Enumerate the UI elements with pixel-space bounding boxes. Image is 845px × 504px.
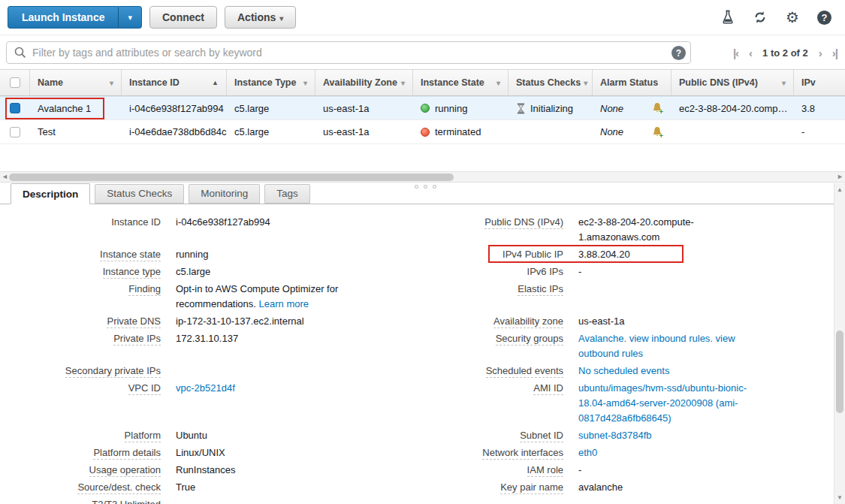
scroll-left-icon[interactable]: ◄: [2, 173, 8, 180]
filter-box[interactable]: ?: [6, 41, 691, 64]
learn-more-link[interactable]: Learn more: [259, 298, 309, 309]
launch-instance-label[interactable]: Launch Instance: [8, 6, 118, 29]
desc-row: Platform detailsLinux/UNIX Network inter…: [0, 445, 834, 460]
experiments-flask-icon[interactable]: [721, 10, 735, 25]
pane-resize-handle[interactable]: [415, 185, 436, 189]
field-value: [176, 497, 412, 504]
desc-row: T2/T3 Unlimited: [0, 497, 834, 504]
table-row-test[interactable]: Test i-04e6dae738db6d84c c5.large us-eas…: [0, 120, 845, 144]
filter-caret-icon[interactable]: ▾: [496, 79, 500, 87]
desc-row: Instance typec5.large IPv6 IPs-: [0, 264, 834, 279]
header-alarm-status[interactable]: Alarm Status: [593, 70, 671, 95]
settings-gear-icon[interactable]: ⚙: [786, 10, 799, 25]
desc-row: Finding Opt-in to AWS Compute Optimizer …: [0, 282, 834, 312]
filter-input[interactable]: [32, 43, 656, 62]
pagination-prev-button[interactable]: ‹: [749, 47, 752, 59]
launch-instance-dropdown[interactable]: ▾: [118, 6, 142, 29]
field-value: 172.31.10.137: [176, 331, 412, 361]
scroll-down-icon[interactable]: ▼: [837, 494, 843, 501]
refresh-icon[interactable]: [753, 10, 768, 25]
header-instance-id[interactable]: Instance ID▲: [122, 70, 227, 95]
field-label: Network interfaces: [417, 445, 563, 460]
header-instance-state[interactable]: Instance State▾: [413, 70, 509, 95]
horizontal-scrollbar[interactable]: ◄ ►: [0, 171, 845, 183]
field-label: Source/dest. check: [0, 480, 161, 495]
scroll-right-icon[interactable]: ►: [837, 173, 843, 180]
scheduled-events-link[interactable]: No scheduled events: [578, 364, 830, 379]
cell-instance-state: running: [413, 103, 509, 114]
scroll-up-icon[interactable]: ▲: [837, 186, 843, 193]
header-ipv4[interactable]: IPv: [794, 70, 845, 95]
sort-asc-icon[interactable]: ▲: [212, 79, 219, 86]
vertical-scrollbar-thumb[interactable]: [836, 330, 843, 413]
desc-row: Secondary private IPs Scheduled eventsNo…: [0, 364, 834, 379]
instances-table-header: Name▾ Instance ID▲ Instance Type▾ Availa…: [0, 69, 845, 96]
header-name[interactable]: Name▾: [30, 70, 122, 95]
horizontal-scrollbar-thumb[interactable]: [9, 174, 454, 181]
ami-id-link[interactable]: ubuntu/images/hvm-ssd/ubuntu-bionic- 18.…: [578, 381, 830, 426]
field-label: Finding: [0, 282, 161, 312]
tab-tags[interactable]: Tags: [264, 184, 310, 204]
actions-button[interactable]: Actions▾: [225, 6, 296, 29]
cell-public-dns: ec2-3-88-204-20.comp…: [671, 103, 794, 114]
create-alarm-bell-icon[interactable]: +: [651, 126, 664, 138]
field-label: Public DNS (IPv4): [417, 215, 563, 245]
subnet-id-link[interactable]: subnet-8d3784fb: [578, 428, 830, 443]
field-label: Subnet ID: [417, 428, 563, 443]
row-checkbox[interactable]: [10, 103, 20, 113]
header-public-dns[interactable]: Public DNS (IPv4)▾: [671, 70, 794, 95]
help-icon[interactable]: ?: [817, 11, 831, 25]
desc-row: Instance IDi-04c6e938f127ab994 Public DN…: [0, 215, 834, 245]
field-label: Security groups: [417, 331, 563, 361]
select-all-checkbox-cell: [0, 70, 30, 95]
field-value: RunInstances: [176, 463, 412, 478]
pagination-range: 1 to 2 of 2: [762, 47, 808, 59]
field-label: AMI ID: [417, 381, 563, 426]
pagination-last-button[interactable]: ›|: [832, 47, 837, 59]
cell-status-checks: Initializing: [509, 103, 593, 114]
table-row-avalanche-1[interactable]: Avalanche 1 i-04c6e938f127ab994 c5.large…: [0, 96, 845, 120]
filter-caret-icon[interactable]: ▾: [401, 79, 405, 87]
tab-status-checks[interactable]: Status Checks: [95, 184, 184, 204]
field-value: ip-172-31-10-137.ec2.internal: [176, 314, 412, 329]
cell-instance-state: terminated: [413, 126, 509, 137]
cell-instance-type: c5.large: [227, 103, 315, 114]
connect-button[interactable]: Connect: [149, 6, 217, 29]
row-checkbox-cell: [0, 103, 30, 113]
network-interface-link[interactable]: eth0: [578, 445, 830, 460]
field-label: Instance state: [0, 247, 161, 262]
vertical-scrollbar[interactable]: ▲ ▼: [834, 183, 845, 504]
svg-text:+: +: [659, 107, 664, 115]
filter-caret-icon[interactable]: ▾: [584, 79, 587, 87]
row-checkbox[interactable]: [10, 127, 20, 137]
header-instance-type[interactable]: Instance Type▾: [227, 70, 315, 95]
desc-row: VPC IDvpc-2b521d4f AMI IDubuntu/images/h…: [0, 381, 834, 426]
tab-monitoring[interactable]: Monitoring: [189, 184, 260, 204]
filter-caret-icon[interactable]: ▾: [782, 79, 786, 87]
cell-name: Avalanche 1: [30, 103, 122, 114]
tab-description[interactable]: Description: [11, 183, 90, 204]
pagination: |‹ ‹ 1 to 2 of 2 › ›|: [733, 35, 837, 70]
filter-caret-icon[interactable]: ▾: [110, 79, 113, 87]
field-label: Key pair name: [417, 480, 563, 495]
header-availability-zone[interactable]: Availability Zone▾: [315, 70, 413, 95]
field-value: Ubuntu: [176, 428, 412, 443]
desc-row: Usage operationRunInstances IAM role-: [0, 463, 834, 478]
filter-help-icon[interactable]: ?: [671, 46, 686, 60]
pagination-next-button[interactable]: ›: [819, 47, 822, 59]
header-status-checks[interactable]: Status Checks▾: [509, 70, 593, 95]
filter-caret-icon[interactable]: ▾: [303, 79, 307, 87]
field-label: Secondary private IPs: [0, 364, 161, 379]
field-label: IAM role: [417, 463, 563, 478]
chevron-down-icon: ▾: [128, 13, 132, 23]
field-label: [417, 497, 563, 504]
select-all-checkbox[interactable]: [10, 77, 20, 88]
vpc-id-link[interactable]: vpc-2b521d4f: [176, 381, 412, 426]
cell-ipv4: 3.8: [794, 103, 845, 114]
pagination-first-button[interactable]: |‹: [733, 47, 738, 59]
field-value: [578, 282, 830, 312]
launch-instance-button[interactable]: Launch Instance ▾: [8, 6, 142, 29]
security-groups-links[interactable]: Avalanche. view inbound rules. view outb…: [578, 331, 830, 361]
terminated-state-icon: [421, 128, 430, 137]
create-alarm-bell-icon[interactable]: +: [651, 102, 664, 114]
